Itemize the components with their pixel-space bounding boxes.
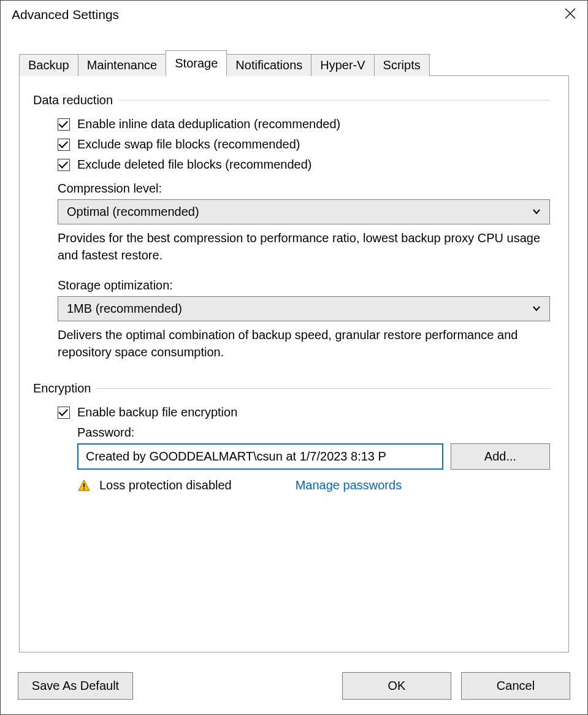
storage-opt-select[interactable]: 1MB (recommended): [58, 296, 550, 321]
warning-text: Loss protection disabled: [99, 478, 232, 492]
compression-description: Provides for the best compression to per…: [58, 229, 550, 264]
manage-passwords-link[interactable]: Manage passwords: [296, 478, 402, 492]
tab-storage[interactable]: Storage: [166, 50, 227, 77]
separator: [96, 388, 551, 389]
storage-opt-block: Storage optimization: 1MB (recommended) …: [33, 278, 550, 361]
tab-notifications[interactable]: Notifications: [226, 54, 311, 76]
password-value: Created by GOODDEALMART\csun at 1/7/2023…: [86, 449, 386, 464]
warning-row: Loss protection disabled Manage password…: [77, 478, 550, 492]
password-select[interactable]: Created by GOODDEALMART\csun at 1/7/2023…: [77, 443, 443, 470]
group-encryption-header: Encryption: [33, 381, 550, 396]
checkbox-swap[interactable]: [58, 139, 70, 151]
cancel-button[interactable]: Cancel: [461, 672, 570, 700]
titlebar: Advanced Settings: [1, 1, 587, 31]
save-as-default-button[interactable]: Save As Default: [18, 672, 133, 700]
checkbox-encryption-label: Enable backup file encryption: [77, 405, 237, 419]
separator: [118, 100, 550, 101]
tabpanel-storage: Data reduction Enable inline data dedupl…: [19, 75, 569, 652]
compression-value: Optimal (recommended): [67, 205, 199, 219]
password-label: Password:: [77, 426, 550, 440]
password-block: Password: Created by GOODDEALMART\csun a…: [58, 426, 550, 492]
group-encryption-title: Encryption: [33, 381, 91, 396]
tab-strip: Backup Maintenance Storage Notifications…: [19, 50, 569, 76]
svg-rect-4: [83, 488, 85, 489]
chevron-down-icon: [532, 205, 541, 219]
ok-button[interactable]: OK: [342, 672, 451, 700]
close-button[interactable]: [556, 2, 584, 27]
add-password-button[interactable]: Add...: [451, 443, 550, 470]
tab-hyper-v[interactable]: Hyper-V: [311, 54, 374, 76]
encryption-options: Enable backup file encryption Password: …: [33, 405, 550, 492]
checkbox-dedup-row[interactable]: Enable inline data deduplication (recomm…: [58, 117, 550, 131]
checkbox-encryption[interactable]: [58, 407, 70, 419]
tab-backup[interactable]: Backup: [19, 54, 78, 76]
checkbox-dedup[interactable]: [58, 118, 70, 131]
tab-maintenance[interactable]: Maintenance: [78, 54, 167, 76]
tab-scripts[interactable]: Scripts: [374, 54, 430, 76]
svg-rect-3: [83, 483, 85, 487]
compression-label: Compression level:: [58, 182, 550, 196]
checkbox-encryption-row[interactable]: Enable backup file encryption: [58, 405, 550, 419]
storage-opt-description: Delivers the optimal combination of back…: [58, 326, 550, 361]
storage-opt-value: 1MB (recommended): [67, 302, 182, 316]
window-title: Advanced Settings: [12, 7, 119, 22]
add-password-label: Add...: [484, 449, 516, 464]
close-icon: [564, 7, 576, 23]
compression-block: Compression level: Optimal (recommended)…: [33, 182, 550, 264]
data-reduction-options: Enable inline data deduplication (recomm…: [33, 117, 550, 172]
checkbox-deleted-row[interactable]: Exclude deleted file blocks (recommended…: [58, 158, 550, 172]
content-area: Backup Maintenance Storage Notifications…: [1, 31, 587, 665]
chevron-down-icon: [532, 302, 541, 316]
storage-opt-label: Storage optimization:: [58, 278, 550, 292]
advanced-settings-dialog: Advanced Settings Backup Maintenance Sto…: [0, 0, 588, 715]
dialog-button-row: Save As Default OK Cancel: [1, 665, 587, 714]
checkbox-swap-row[interactable]: Exclude swap file blocks (recommended): [58, 137, 550, 151]
checkbox-dedup-label: Enable inline data deduplication (recomm…: [77, 117, 340, 131]
checkbox-deleted[interactable]: [58, 159, 70, 171]
checkbox-deleted-label: Exclude deleted file blocks (recommended…: [77, 158, 311, 172]
password-row: Created by GOODDEALMART\csun at 1/7/2023…: [77, 443, 550, 470]
warning-icon: [77, 479, 91, 492]
checkbox-swap-label: Exclude swap file blocks (recommended): [77, 137, 300, 151]
compression-select[interactable]: Optimal (recommended): [58, 199, 550, 224]
group-data-reduction-header: Data reduction: [33, 93, 550, 107]
encryption-section: Encryption Enable backup file encryption…: [33, 381, 550, 492]
group-data-reduction-title: Data reduction: [33, 93, 113, 107]
